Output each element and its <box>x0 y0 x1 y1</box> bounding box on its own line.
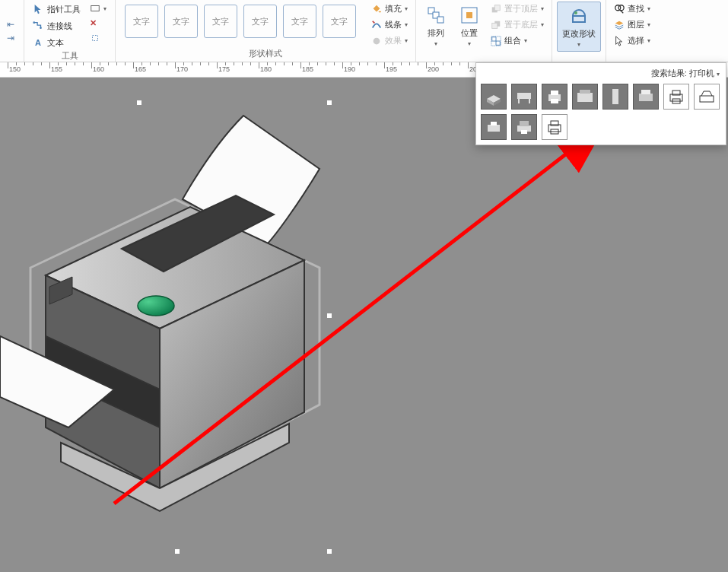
select-label: 选择 <box>628 35 644 46</box>
ribbon: ⇤ ⇥ 指针工具 连接线 A <box>0 0 728 62</box>
result-printer-outline[interactable] <box>663 84 689 110</box>
select-button[interactable]: 选择 ▾ <box>611 33 653 48</box>
svg-point-0 <box>33 21 35 24</box>
svg-rect-3 <box>93 36 98 41</box>
ruler-tick: 155 <box>49 62 91 77</box>
arrange-button[interactable]: 排列 ▾ <box>421 2 451 50</box>
svg-rect-2 <box>91 6 100 11</box>
style-gallery[interactable]: 文字 文字 文字 文字 文字 文字 <box>120 2 361 38</box>
send-back-label: 置于底层 <box>504 19 538 30</box>
ruler-tick: 170 <box>175 62 217 77</box>
chevron-down-icon: ▾ <box>468 40 471 47</box>
svg-rect-11 <box>494 5 500 10</box>
group-edit-shape: 更改形状 ▾ <box>552 0 606 62</box>
send-back-button: 置于底层 ▾ <box>488 17 547 32</box>
find-button[interactable]: 查找 ▾ <box>611 2 653 16</box>
effect-label: 效果 <box>385 35 402 46</box>
result-printer-small[interactable] <box>481 114 507 140</box>
ruler-tick: 180 <box>259 62 300 77</box>
connector-icon <box>32 20 44 32</box>
arrange-label: 排列 <box>428 27 444 39</box>
style-preset-3[interactable]: 文字 <box>204 5 237 38</box>
svg-rect-27 <box>577 93 593 102</box>
group-edit-shape-label <box>557 59 601 60</box>
group-arrange: 排列 ▾ 位置 ▾ 置于顶层 ▾ 置于底层 ▾ <box>416 0 552 62</box>
svg-rect-13 <box>492 23 498 28</box>
result-printer-3d[interactable] <box>481 84 507 110</box>
pointer-tool[interactable]: 指针工具 <box>29 2 84 17</box>
shape-search-popup: 搜索结果: 打印机 ▾ <box>475 62 726 145</box>
svg-rect-31 <box>641 90 650 94</box>
group-label: 组合 <box>504 35 521 46</box>
position-label: 位置 <box>461 27 478 39</box>
drawing-canvas[interactable] <box>0 78 728 572</box>
result-fax[interactable] <box>694 84 720 110</box>
svg-rect-30 <box>639 94 653 101</box>
svg-rect-9 <box>466 12 472 18</box>
connector-tool[interactable]: 连接线 <box>29 18 84 33</box>
ruler-tick: 165 <box>133 62 175 77</box>
svg-rect-26 <box>551 99 558 103</box>
svg-rect-29 <box>612 89 618 104</box>
svg-rect-28 <box>580 90 590 94</box>
svg-rect-39 <box>520 121 529 126</box>
change-shape-label: 更改形状 <box>562 28 596 40</box>
bring-front-button: 置于顶层 ▾ <box>488 2 547 16</box>
chevron-down-icon[interactable]: ▾ <box>717 71 720 78</box>
style-preset-6[interactable]: 文字 <box>323 5 356 38</box>
line-button[interactable]: 线条 ▾ <box>368 17 411 32</box>
indent-right-icon[interactable]: ⇥ <box>7 33 17 43</box>
text-icon: A <box>32 37 44 49</box>
result-copier[interactable] <box>572 84 598 110</box>
crop-tool[interactable] <box>87 31 110 45</box>
change-shape-button[interactable]: 更改形状 ▾ <box>557 2 601 52</box>
group-button[interactable]: 组合 ▾ <box>488 33 547 48</box>
position-button[interactable]: 位置 ▾ <box>454 2 485 50</box>
fill-label: 填充 <box>385 3 402 14</box>
chevron-down-icon: ▾ <box>405 21 408 28</box>
search-icon-grid <box>479 82 723 141</box>
svg-rect-15 <box>496 41 500 45</box>
ruler-tick: 175 <box>217 62 259 77</box>
svg-point-21 <box>138 296 174 316</box>
ruler-tick: 160 <box>91 62 133 77</box>
text-label: 文本 <box>47 37 64 49</box>
connector-label: 连接线 <box>47 21 72 32</box>
style-preset-2[interactable]: 文字 <box>164 5 198 38</box>
effect-button: 效果 ▾ <box>368 33 411 48</box>
result-printer-basic[interactable] <box>542 84 567 110</box>
result-scanner[interactable] <box>602 84 628 110</box>
fill-button[interactable]: 填充 ▾ <box>368 2 411 16</box>
indent-left-icon[interactable]: ⇤ <box>7 19 17 30</box>
rectangle-tool[interactable]: ▾ <box>87 2 110 15</box>
delete-tool[interactable]: ✕ <box>87 17 110 30</box>
bring-front-label: 置于顶层 <box>504 3 538 14</box>
result-printer-label[interactable] <box>542 114 567 140</box>
ruler-tick: 150 <box>8 62 49 77</box>
style-preset-4[interactable]: 文字 <box>243 5 277 38</box>
chevron-down-icon: ▾ <box>524 37 527 44</box>
result-printer-multi[interactable] <box>511 114 537 140</box>
layers-button[interactable]: 图层 ▾ <box>611 17 653 32</box>
ruler-tick: 185 <box>300 62 342 77</box>
svg-rect-14 <box>492 37 496 40</box>
search-query: 打印机 <box>689 68 714 78</box>
chevron-down-icon: ▾ <box>577 41 580 48</box>
search-title-row: 搜索结果: 打印机 ▾ <box>479 66 723 82</box>
chevron-down-icon: ▾ <box>103 5 106 12</box>
printer-shape[interactable] <box>0 85 350 557</box>
text-tool[interactable]: A 文本 <box>29 35 84 50</box>
svg-rect-37 <box>491 122 497 126</box>
search-title-label: 搜索结果: <box>651 68 687 78</box>
ruler-tick: 200 <box>426 62 468 77</box>
style-preset-5[interactable]: 文字 <box>283 5 316 38</box>
style-preset-1[interactable]: 文字 <box>125 5 158 38</box>
svg-rect-40 <box>521 130 527 134</box>
svg-point-20 <box>618 5 624 10</box>
group-editing-label <box>611 59 653 60</box>
svg-point-18 <box>574 11 577 14</box>
result-plotter[interactable] <box>511 84 537 110</box>
layers-label: 图层 <box>628 19 644 30</box>
result-printer-dark[interactable] <box>633 84 659 110</box>
chevron-down-icon: ▾ <box>647 5 650 12</box>
